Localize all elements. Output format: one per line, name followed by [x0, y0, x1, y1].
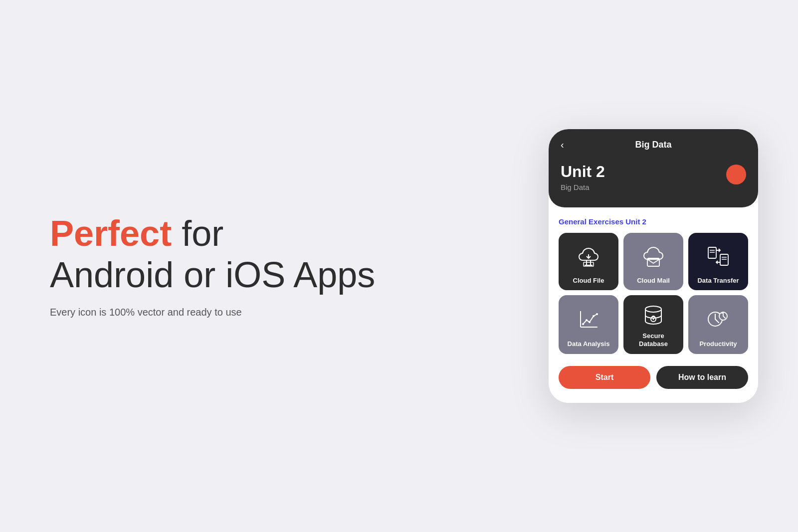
start-button[interactable]: Start: [559, 366, 650, 389]
headline-line2: Android or iOS Apps: [50, 255, 529, 295]
unit-number: Unit 2: [561, 163, 605, 181]
card-data-transfer[interactable]: Data Transfer: [688, 233, 748, 290]
card-cloud-mail[interactable]: Cloud Mail: [623, 233, 683, 290]
back-button[interactable]: ‹: [561, 139, 564, 151]
card-data-analysis[interactable]: Data Analysis: [559, 295, 618, 354]
headline-rest: for: [172, 213, 223, 253]
svg-point-15: [645, 306, 661, 312]
left-section: Perfect for Android or iOS Apps Every ic…: [50, 214, 549, 318]
secure-database-icon: [640, 302, 666, 328]
svg-rect-2: [708, 247, 716, 258]
svg-point-17: [653, 319, 654, 320]
cloud-file-icon: [576, 240, 601, 272]
unit-text-block: Unit 2 Big Data: [561, 163, 605, 191]
svg-point-11: [586, 319, 588, 321]
card-productivity-label: Productivity: [699, 340, 737, 348]
cloud-mail-icon: [640, 240, 666, 272]
card-secure-database[interactable]: Secure Database: [623, 295, 683, 354]
card-data-transfer-label: Data Transfer: [697, 277, 739, 285]
card-cloud-file[interactable]: Cloud File: [559, 233, 618, 290]
exercise-grid: Cloud File Cloud Mail: [559, 233, 748, 354]
svg-point-10: [582, 323, 584, 325]
card-secure-database-label: Secure Database: [628, 332, 678, 348]
phone-container: ‹ Big Data Unit 2 Big Data General Exerc…: [549, 129, 758, 402]
card-cloud-file-label: Cloud File: [573, 277, 604, 285]
unit-subtitle-text: Big Data: [561, 183, 605, 191]
svg-point-13: [593, 315, 595, 317]
how-to-learn-button[interactable]: How to learn: [656, 366, 748, 389]
record-dot: [726, 165, 746, 184]
phone-nav: ‹ Big Data: [561, 139, 746, 151]
svg-rect-3: [720, 254, 728, 265]
subtitle: Every icon is 100% vector and ready to u…: [50, 307, 529, 318]
section-title: General Exercises Unit 2: [559, 217, 748, 226]
data-transfer-icon: [705, 240, 731, 272]
page-wrapper: Perfect for Android or iOS Apps Every ic…: [0, 0, 798, 532]
headline-line1: Perfect for: [50, 214, 529, 253]
right-section: ‹ Big Data Unit 2 Big Data General Exerc…: [549, 129, 758, 402]
card-cloud-mail-label: Cloud Mail: [637, 277, 670, 285]
card-data-analysis-label: Data Analysis: [568, 340, 610, 348]
phone-body: General Exercises Unit 2: [549, 207, 758, 402]
productivity-icon: [705, 302, 731, 336]
data-analysis-icon: [576, 302, 601, 336]
svg-point-12: [589, 321, 591, 323]
bottom-buttons: Start How to learn: [559, 366, 748, 389]
svg-point-14: [596, 313, 598, 315]
phone-title: Big Data: [635, 140, 671, 150]
headline: Perfect for Android or iOS Apps: [50, 214, 529, 295]
headline-accent: Perfect: [50, 213, 172, 253]
card-productivity[interactable]: Productivity: [688, 295, 748, 354]
unit-info: Unit 2 Big Data: [561, 163, 746, 191]
phone-header: ‹ Big Data Unit 2 Big Data: [549, 129, 758, 207]
